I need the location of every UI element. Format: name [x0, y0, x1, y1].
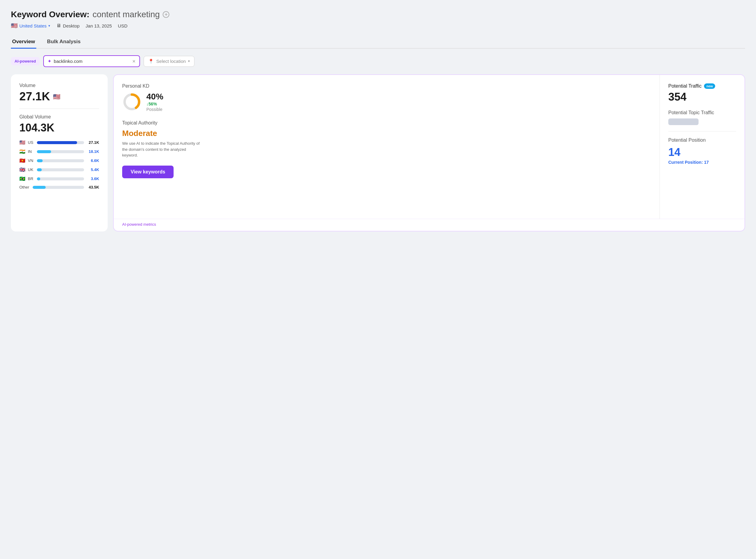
bar-other — [33, 186, 84, 189]
tab-overview[interactable]: Overview — [11, 36, 36, 49]
potential-traffic-label: Potential Traffic — [668, 83, 701, 89]
val-in: 18.1K — [86, 149, 99, 154]
country-row-other: Other 43.5K — [19, 185, 99, 189]
meta-row: 🇺🇸 United States ▾ 🖥 Desktop Jan 13, 202… — [11, 22, 745, 29]
page-title: Keyword Overview: content marketing + — [11, 10, 745, 19]
potential-traffic-label-row: Potential Traffic new — [668, 83, 736, 89]
chevron-down-icon: ▾ — [188, 59, 190, 63]
currency-label: USD — [118, 23, 128, 28]
potential-position-label: Potential Position — [668, 137, 736, 143]
other-label: Other — [19, 185, 30, 189]
pin-icon: 📍 — [148, 59, 154, 64]
country-row-uk: 🇬🇧 UK 5.4K — [19, 167, 99, 173]
volume-card: Volume 27.1K 🇺🇸 Global Volume 104.3K 🇺🇸 … — [11, 74, 108, 231]
bar-fill-br — [37, 177, 40, 180]
flag-br: 🇧🇷 — [19, 176, 25, 182]
right-section: Potential Traffic new 354 Potential Topi… — [660, 75, 744, 219]
new-badge: new — [704, 83, 715, 89]
code-uk: UK — [28, 167, 35, 172]
flag-uk: 🇬🇧 — [19, 167, 25, 173]
topical-desc: We use AI to indicate the Topical Author… — [122, 140, 201, 158]
potential-topic-label: Potential Topic Traffic — [668, 110, 736, 115]
country-row-us: 🇺🇸 US 27.1K — [19, 140, 99, 146]
val-vn: 6.6K — [86, 158, 99, 163]
potential-position-value: 14 — [668, 146, 736, 159]
bar-vn — [37, 159, 84, 162]
blurred-topic-value — [668, 118, 698, 125]
global-volume-value: 104.3K — [19, 121, 99, 134]
donut-row: 40% 56% Possible — [122, 92, 651, 112]
us-flag: 🇺🇸 — [11, 22, 18, 29]
location-selector-header[interactable]: 🇺🇸 United States ▾ — [11, 22, 50, 29]
bar-fill-in — [37, 150, 51, 153]
topical-authority-section: Topical Authority Moderate We use AI to … — [122, 120, 651, 178]
domain-input-wrapper: ✦ ✕ — [43, 55, 140, 67]
location-placeholder-label: Select location — [156, 59, 186, 64]
country-row-br: 🇧🇷 BR 3.6K — [19, 176, 99, 182]
val-us: 27.1K — [86, 140, 99, 145]
bar-fill-uk — [37, 168, 42, 171]
bar-fill-us — [37, 141, 77, 144]
ai-powered-badge: AI-powered — [11, 57, 40, 65]
country-row-vn: 🇻🇳 VN 6.6K — [19, 158, 99, 163]
location-chevron: ▾ — [48, 24, 50, 28]
bar-fill-other — [33, 186, 46, 189]
device-label: Desktop — [63, 23, 80, 28]
val-other: 43.5K — [86, 185, 99, 189]
volume-label: Volume — [19, 83, 99, 88]
bar-us — [37, 141, 84, 144]
cards-row: Volume 27.1K 🇺🇸 Global Volume 104.3K 🇺🇸 … — [11, 74, 745, 231]
clear-input-icon[interactable]: ✕ — [132, 59, 136, 64]
kd-percent-value: 40% — [146, 92, 163, 102]
monitor-icon: 🖥 — [56, 23, 61, 28]
country-row-in: 🇮🇳 IN 18.1K — [19, 149, 99, 154]
current-position-label: Current Position: — [668, 160, 703, 165]
date-label: Jan 13, 2025 — [86, 23, 112, 28]
bar-br — [37, 177, 84, 180]
ai-powered-footer: AI-powered metrics — [114, 219, 744, 231]
add-keyword-icon[interactable]: + — [163, 11, 169, 18]
val-br: 3.6K — [86, 176, 99, 181]
global-volume-label: Global Volume — [19, 114, 99, 120]
volume-number: 27.1K — [19, 90, 50, 103]
code-us: US — [28, 140, 35, 145]
topic-traffic-section: Potential Topic Traffic — [668, 110, 736, 125]
keyword-name: content marketing — [92, 10, 160, 19]
tabs-row: Overview Bulk Analysis — [11, 36, 745, 49]
donut-chart — [122, 92, 142, 112]
potential-position-section: Potential Position 14 Current Position: … — [668, 137, 736, 165]
topical-authority-label: Topical Authority — [122, 120, 651, 126]
code-vn: VN — [28, 158, 35, 163]
current-position-value: 17 — [704, 160, 709, 165]
flag-us: 🇺🇸 — [19, 140, 25, 146]
topical-authority-value: Moderate — [122, 129, 651, 138]
bar-uk — [37, 168, 84, 171]
page-header: Keyword Overview: content marketing + 🇺🇸… — [11, 10, 745, 29]
current-position: Current Position: 17 — [668, 160, 736, 165]
potential-traffic-value: 354 — [668, 91, 736, 103]
val-uk: 5.4K — [86, 167, 99, 172]
bar-in — [37, 150, 84, 153]
search-bar-row: AI-powered ✦ ✕ 📍 Select location ▾ — [11, 55, 745, 67]
kd-change-value: 56% — [146, 102, 163, 106]
flag-vn: 🇻🇳 — [19, 158, 25, 163]
middle-section: Personal KD 40% 56% Possible — [114, 75, 660, 219]
kd-values: 40% 56% Possible — [146, 92, 163, 112]
kd-possible-label: Possible — [146, 107, 163, 112]
code-br: BR — [28, 176, 35, 181]
tab-bulk-analysis[interactable]: Bulk Analysis — [46, 36, 82, 49]
domain-input[interactable] — [54, 59, 130, 64]
location-selector-search[interactable]: 📍 Select location ▾ — [144, 56, 195, 67]
right-card: Personal KD 40% 56% Possible — [113, 74, 745, 231]
volume-flag: 🇺🇸 — [53, 93, 61, 100]
right-card-inner: Personal KD 40% 56% Possible — [114, 75, 744, 219]
device-info: 🖥 Desktop — [56, 23, 80, 28]
volume-value: 27.1K 🇺🇸 — [19, 90, 99, 103]
location-label: United States — [19, 23, 47, 28]
personal-kd-label: Personal KD — [122, 83, 651, 89]
flag-in: 🇮🇳 — [19, 149, 25, 154]
title-prefix: Keyword Overview: — [11, 10, 89, 19]
view-keywords-button[interactable]: View keywords — [122, 165, 174, 178]
bar-fill-vn — [37, 159, 43, 162]
sparkle-icon: ✦ — [47, 58, 51, 64]
